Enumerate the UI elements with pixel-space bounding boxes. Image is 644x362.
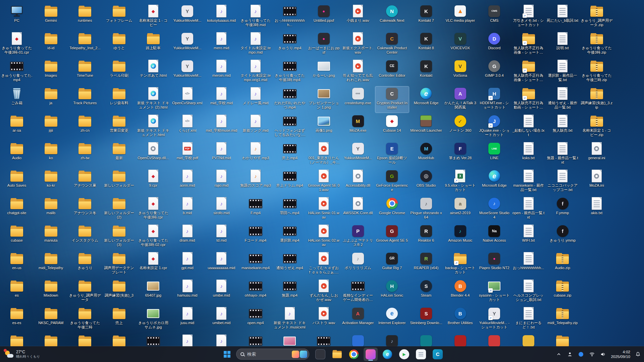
taskbar-app-media-player[interactable]: ▶: [397, 348, 411, 361]
desktop-icon[interactable]: 選択肢 - 親作品一覧.txt: [546, 59, 579, 85]
desktop-icon[interactable]: ko: [34, 141, 68, 168]
desktop-icon[interactable]: BBrother Utilities: [443, 306, 477, 333]
desktop-icon[interactable]: ♪rajio.mid: [205, 169, 238, 195]
desktop-icon[interactable]: Google Chrome: [375, 196, 409, 223]
desktop-icon[interactable]: 無題 - 親作品一覧.txt: [546, 141, 579, 168]
desktop-icon[interactable]: ohhayo-.mp4: [239, 279, 272, 305]
desktop-icon[interactable]: 説明.txt: [546, 32, 579, 58]
desktop-icon[interactable]: 羽田へ.mp4: [273, 196, 307, 223]
desktop-icon[interactable]: 65407.jpg: [137, 279, 170, 305]
desktop-icon[interactable]: aairset2-2019: [443, 196, 477, 223]
desktop-icon[interactable]: 路上駐車: [137, 32, 170, 58]
desktop-icon[interactable]: en-us: [0, 251, 34, 278]
desktop-icon[interactable]: ♪dram.mid: [171, 224, 204, 250]
desktop-icon[interactable]: cubase.zip: [546, 279, 579, 305]
desktop-icon[interactable]: ♪mid_学校.mid: [205, 86, 238, 113]
desktop-icon[interactable]: Y↗YukkuriMovieM... - ショートカット: [478, 306, 511, 333]
desktop-icon[interactable]: インスタグラム: [68, 224, 102, 250]
desktop-icon[interactable]: Minecraft Launcher: [409, 114, 443, 140]
desktop-icon[interactable]: 調声練習(失敗)_3.zip: [580, 86, 613, 113]
desktop-icon[interactable]: 井上ドラム.mp4: [273, 169, 307, 195]
desktop-icon[interactable]: ▶001_東北きりたん（ノーマル）_今しゃ...: [307, 141, 340, 168]
desktop-icon[interactable]: midi_Telepathy.zip: [546, 306, 579, 333]
desktop-icon[interactable]: 売上: [102, 306, 136, 333]
desktop-icon[interactable]: 新しいフォルダー: [102, 169, 136, 195]
desktop-icon[interactable]: Fコード.mp4: [239, 224, 272, 250]
desktop-icon[interactable]: MoZA.ini: [580, 169, 613, 195]
desktop-icon[interactable]: ♪kotusytuaaus.mid: [205, 4, 238, 30]
desktop-icon[interactable]: ♪umibe.mid: [205, 279, 238, 305]
desktop-icon[interactable]: midi_Telepathy: [34, 251, 68, 278]
desktop-icon[interactable]: ▶HALion Sonic 02.wav: [307, 224, 340, 250]
desktop-icon[interactable]: AWSSDK.Core.dll: [341, 196, 375, 223]
desktop-icon[interactable]: GGroove Agent SE 5: [375, 224, 409, 250]
desktop-icon[interactable]: ♪umibet.mid: [205, 306, 238, 333]
desktop-icon[interactable]: ▶HALion Sonic 01.wav: [307, 196, 340, 223]
desktop-icon[interactable]: ♪mero.mid: [205, 32, 238, 58]
desktop-icon[interactable]: ar-sa: [0, 114, 34, 140]
desktop-icon[interactable]: Pぷよぷよ™テトリス® 2: [341, 224, 375, 250]
desktop-icon[interactable]: ♪uaaaaaaaaa.mid: [205, 251, 238, 278]
desktop-icon[interactable]: ♪b.mid: [171, 196, 204, 223]
desktop-icon[interactable]: きゅうりボカロ用サムネ.jpg: [137, 306, 170, 333]
desktop-icon[interactable]: YYukkuriMovieM...: [171, 59, 204, 85]
desktop-icon[interactable]: Audio.zip: [546, 251, 579, 278]
taskbar-app-screenshot-tool[interactable]: [313, 348, 327, 361]
desktop-icon[interactable]: GGeForce Experience: [375, 169, 409, 195]
desktop-icon[interactable]: 画像1.png: [307, 114, 340, 140]
desktop-icon[interactable]: だれだFXいれたやつ.mp4: [273, 86, 307, 113]
desktop-icon[interactable]: CCrypton Product Installer: [375, 86, 409, 113]
desktop-icon[interactable]: open - 親作品一覧.txt: [512, 196, 545, 223]
desktop-icon[interactable]: きゅうり食ってた午後3時.mp4: [273, 59, 307, 85]
desktop-icon[interactable]: ごみ箱: [0, 86, 34, 113]
desktop-icon[interactable]: おっhhhhhhhhhh...: [512, 251, 545, 278]
desktop-icon[interactable]: WIFI.txt: [512, 224, 545, 250]
desktop-icon[interactable]: Telepathy_Inst_2...: [68, 32, 102, 58]
desktop-icon[interactable]: GGIMP 3.0.4: [478, 59, 511, 85]
desktop-icon[interactable]: 新しいフォルダー (3): [102, 224, 136, 250]
desktop-icon[interactable]: 調声用データテンプレート: [102, 251, 136, 278]
desktop-icon[interactable]: ♪jusu.mid: [171, 306, 204, 333]
desktop-icon[interactable]: PC: [0, 4, 34, 30]
desktop-icon[interactable]: Audio: [0, 141, 34, 168]
desktop-icon[interactable]: ♪sirofo.mid: [205, 196, 238, 223]
desktop-icon[interactable]: アナウンス冬: [68, 196, 102, 223]
desktop-icon[interactable]: Images: [34, 59, 68, 85]
tray-person-icon[interactable]: [567, 351, 573, 358]
desktop-icon[interactable]: ja: [34, 86, 68, 113]
desktop-icon[interactable]: ♪新規ソング.mid: [239, 114, 272, 140]
desktop-icon[interactable]: TimeTune: [68, 59, 102, 85]
desktop-icon[interactable]: ▶新規エクスポート.wav: [341, 32, 375, 58]
desktop-icon[interactable]: eテンポあて.html: [137, 59, 170, 85]
desktop-icon[interactable]: フォトフレーム: [102, 4, 136, 30]
desktop-icon[interactable]: es-es: [0, 306, 34, 333]
desktop-icon[interactable]: fきゅうり.ymmp: [546, 224, 579, 250]
desktop-icon[interactable]: きゅうり_調声用データ.zip: [580, 4, 613, 30]
desktop-icon[interactable]: ♪ポリリリリズム: [341, 251, 375, 278]
desktop-icon[interactable]: 最新: [102, 141, 136, 168]
desktop-icon[interactable]: execreatedump.exe: [341, 86, 375, 113]
desktop-icon[interactable]: ◆きゅうり食ってた午後3時.cpr: [137, 196, 170, 223]
desktop-icon[interactable]: ♪わかりやす.mp3: [239, 141, 272, 168]
desktop-icon[interactable]: e新規 テキスト ドキュメント (2).html: [137, 86, 170, 113]
taskbar-search[interactable]: 検索: [236, 349, 309, 360]
desktop-icon[interactable]: 孤独なインディーゲーム開発者の一生...: [341, 279, 375, 305]
desktop-icon[interactable]: ko-kr: [34, 169, 68, 195]
desktop-icon[interactable]: ↗backup - ショートカット: [443, 251, 477, 278]
desktop-icon[interactable]: CCakewalk Product Center: [375, 32, 409, 58]
notification-bell-icon[interactable]: [635, 351, 641, 358]
desktop-icon[interactable]: ▲VLC media player: [443, 4, 477, 30]
desktop-icon[interactable]: Track Pictures: [68, 86, 102, 113]
desktop-icon[interactable]: ksks.txt: [512, 141, 545, 168]
taskbar-app-microsoft-edge[interactable]: e: [380, 348, 394, 361]
desktop-icon[interactable]: ヘルスコンプレッション_歌詞.txt: [512, 279, 545, 305]
desktop-icon[interactable]: 調声練習(失敗)_3: [102, 279, 136, 305]
desktop-icon[interactable]: chatgpt-site: [0, 196, 34, 223]
desktop-icon[interactable]: RReaktor 6: [409, 224, 443, 250]
desktop-icon[interactable]: NKSC_PARAM: [34, 306, 68, 333]
desktop-icon[interactable]: e新規 テキスト ドキュメント.html: [137, 114, 170, 140]
desktop-icon[interactable]: ニコニコバックアップコー.txt: [546, 169, 579, 195]
desktop-icon[interactable]: jijii: [34, 114, 68, 140]
desktop-icon[interactable]: プレゼンテーション 1.png: [307, 86, 340, 113]
desktop-icon[interactable]: ▶Groove Agent SE 01.wav: [307, 169, 340, 195]
